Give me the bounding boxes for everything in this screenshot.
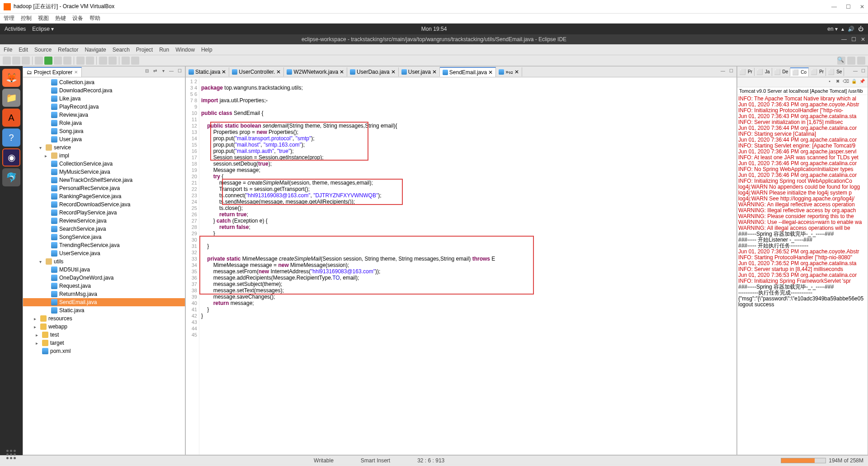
eclipse-minimize[interactable]: — xyxy=(841,36,847,43)
console-tab[interactable]: ⬜Pr xyxy=(737,68,755,76)
dock-mysql[interactable]: 🐬 xyxy=(2,168,20,186)
tree-item[interactable]: ▾service xyxy=(23,143,185,152)
new-package-icon[interactable] xyxy=(86,57,94,65)
save-all-icon[interactable] xyxy=(22,57,30,65)
dock-firefox[interactable]: 🦊 xyxy=(2,69,20,87)
collapse-all-icon[interactable]: ⊟ xyxy=(143,68,151,76)
tree-item[interactable]: CollectionService.java xyxy=(23,160,185,168)
lang-indicator[interactable]: en ▾ xyxy=(827,26,838,32)
network-icon[interactable]: ▴ xyxy=(841,26,844,32)
tree-item[interactable]: pom.xml xyxy=(23,347,185,355)
tree-item[interactable]: ▸test xyxy=(23,331,185,339)
menu-source[interactable]: Source xyxy=(34,47,52,53)
memory-bar[interactable] xyxy=(781,458,826,463)
tree-item[interactable]: DownloadRecord.java xyxy=(23,86,185,95)
back-icon[interactable] xyxy=(122,57,130,65)
terminate-icon[interactable]: ▪ xyxy=(826,79,833,86)
menu-run[interactable]: Run xyxy=(159,47,169,53)
dock-software[interactable]: A xyxy=(2,109,20,127)
editor-tab[interactable]: W2WNetwork.java✕ xyxy=(284,67,347,76)
tree-item[interactable]: Review.java xyxy=(23,111,185,119)
clear-icon[interactable]: ⌫ xyxy=(842,79,849,86)
editor-tab[interactable]: SendEmail.java✕ xyxy=(440,67,496,77)
minimize-icon[interactable]: — xyxy=(852,68,859,76)
run-last-icon[interactable] xyxy=(63,57,71,65)
code-editor[interactable]: 1 2 3 4 5 6 7 8 9 10 11 12 13 14 15 16 1… xyxy=(186,77,736,455)
quick-access-icon[interactable]: 🔍 xyxy=(837,57,845,65)
maximize-button[interactable]: ☐ xyxy=(846,4,851,10)
vbox-menu-item[interactable]: 热键 xyxy=(55,14,66,22)
editor-tab[interactable]: UserDao.java✕ xyxy=(347,67,399,76)
open-type-icon[interactable] xyxy=(99,57,107,65)
vbox-menu-item[interactable]: 帮助 xyxy=(90,14,100,22)
tree-item[interactable]: PersonalRecService.java xyxy=(23,184,185,192)
pin-icon[interactable]: 📌 xyxy=(859,79,866,86)
tree-item[interactable]: ▸webapp xyxy=(23,323,185,331)
menu-edit[interactable]: Edit xyxy=(19,47,28,53)
minimize-button[interactable]: — xyxy=(831,4,837,10)
view-menu-icon[interactable]: ▾ xyxy=(160,68,167,76)
close-button[interactable]: ✕ xyxy=(860,4,864,10)
new-class-icon[interactable] xyxy=(76,57,85,65)
code-content[interactable]: package top.wangruns.trackstacking.utils… xyxy=(199,77,736,455)
maximize-icon[interactable]: ☐ xyxy=(859,68,867,76)
menu-window[interactable]: Window xyxy=(175,47,195,53)
link-editor-icon[interactable]: ⇄ xyxy=(151,68,159,76)
console-output[interactable]: INFO: The Apache Tomcat Native library w… xyxy=(737,95,868,455)
tree-item[interactable]: ▸target xyxy=(23,339,185,347)
tree-item[interactable]: Request.java xyxy=(23,282,185,290)
menu-file[interactable]: File xyxy=(4,47,12,53)
tree-item[interactable]: SendEmail.java xyxy=(23,298,185,306)
console-tab[interactable]: ⬜Pr xyxy=(809,68,826,76)
tree-item[interactable]: User.java xyxy=(23,135,185,143)
menu-search[interactable]: Search xyxy=(113,47,130,53)
editor-tab[interactable]: UserController.✕ xyxy=(229,67,284,76)
tree-item[interactable]: SongService.java xyxy=(23,233,185,241)
tree-item[interactable]: MyMusicService.java xyxy=(23,168,185,176)
minimize-icon[interactable]: — xyxy=(168,68,175,76)
tree-item[interactable]: Song.java xyxy=(23,127,185,135)
tree-item[interactable]: RecordDownloadService.java xyxy=(23,200,185,209)
tree-item[interactable]: ▸impl xyxy=(23,152,185,160)
sound-icon[interactable]: 🔊 xyxy=(848,26,854,32)
tree-item[interactable]: Role.java xyxy=(23,119,185,127)
forward-icon[interactable] xyxy=(131,57,139,65)
menu-project[interactable]: Project xyxy=(136,47,153,53)
tree-item[interactable]: ▾utils xyxy=(23,257,185,266)
vbox-menu-item[interactable]: 视图 xyxy=(38,14,49,22)
menu-navigate[interactable]: Navigate xyxy=(85,47,106,53)
search-icon[interactable] xyxy=(108,57,117,65)
activities-button[interactable]: Activities xyxy=(5,26,26,32)
run-icon[interactable] xyxy=(44,57,52,65)
maximize-icon[interactable]: ☐ xyxy=(176,68,183,76)
console-tab[interactable]: ⬜Se xyxy=(826,68,844,76)
tree-item[interactable]: ▸resources xyxy=(23,314,185,323)
close-icon[interactable]: ✕ xyxy=(74,70,78,75)
debug-icon[interactable] xyxy=(35,57,43,65)
tree-item[interactable]: ReviewService.java xyxy=(23,217,185,225)
new-icon[interactable] xyxy=(3,57,11,65)
tree-item[interactable]: Like.java xyxy=(23,95,185,103)
minimize-icon[interactable]: — xyxy=(719,68,726,76)
remove-launch-icon[interactable]: ✖ xyxy=(834,79,841,86)
tree-item[interactable]: OneDayOneWord.java xyxy=(23,274,185,282)
menu-refactor[interactable]: Refactor xyxy=(58,47,78,53)
ubuntu-apps-button[interactable] xyxy=(6,450,16,460)
maximize-icon[interactable]: ☐ xyxy=(727,68,735,76)
menu-help[interactable]: Help xyxy=(201,47,212,53)
tree-item[interactable]: SearchService.java xyxy=(23,225,185,233)
vbox-menu-item[interactable]: 控制 xyxy=(21,14,32,22)
vbox-menu-item[interactable]: 设备 xyxy=(72,14,83,22)
java-perspective-icon[interactable] xyxy=(857,57,865,65)
tree-item[interactable]: Static.java xyxy=(23,306,185,314)
tree-item[interactable]: Collection.java xyxy=(23,78,185,86)
scroll-lock-icon[interactable]: 🔒 xyxy=(850,79,858,86)
perspective-icon[interactable] xyxy=(847,57,855,65)
editor-tab[interactable]: »₉₂✕ xyxy=(496,67,522,76)
project-explorer-tab[interactable]: 🗂 Project Explorer ✕ xyxy=(23,67,82,77)
editor-tab[interactable]: User.java✕ xyxy=(399,67,440,76)
coverage-icon[interactable] xyxy=(54,57,62,65)
console-tab[interactable]: ⬜Ja xyxy=(755,68,772,76)
project-tree[interactable]: Collection.javaDownloadRecord.javaLike.j… xyxy=(23,77,185,455)
tree-item[interactable]: RecordPlayService.java xyxy=(23,209,185,217)
